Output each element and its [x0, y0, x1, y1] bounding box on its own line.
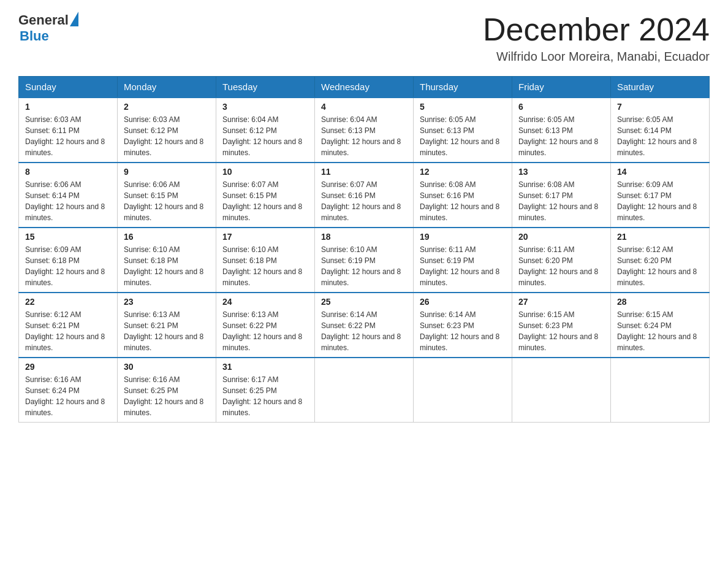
day-info: Sunrise: 6:12 AM Sunset: 6:20 PM Dayligh…: [617, 244, 703, 288]
day-info: Sunrise: 6:06 AM Sunset: 6:14 PM Dayligh…: [25, 179, 111, 223]
day-info: Sunrise: 6:08 AM Sunset: 6:17 PM Dayligh…: [518, 179, 604, 223]
calendar-cell: 19 Sunrise: 6:11 AM Sunset: 6:19 PM Dayl…: [414, 228, 512, 293]
page-header: General Blue December 2024 Wilfrido Loor…: [18, 12, 710, 64]
day-number: 31: [222, 362, 308, 372]
day-info: Sunrise: 6:15 AM Sunset: 6:23 PM Dayligh…: [518, 309, 604, 353]
day-info: Sunrise: 6:16 AM Sunset: 6:24 PM Dayligh…: [25, 374, 111, 418]
calendar-cell: 31 Sunrise: 6:17 AM Sunset: 6:25 PM Dayl…: [216, 358, 315, 423]
day-number: 10: [222, 167, 308, 177]
calendar-cell: 27 Sunrise: 6:15 AM Sunset: 6:23 PM Dayl…: [512, 293, 611, 358]
day-info: Sunrise: 6:09 AM Sunset: 6:17 PM Dayligh…: [617, 179, 703, 223]
day-info: Sunrise: 6:16 AM Sunset: 6:25 PM Dayligh…: [124, 374, 210, 418]
day-number: 14: [617, 167, 703, 177]
weekday-header-wednesday: Wednesday: [315, 77, 414, 98]
calendar-cell: 7 Sunrise: 6:05 AM Sunset: 6:14 PM Dayli…: [611, 98, 710, 163]
day-number: 11: [321, 167, 407, 177]
day-number: 7: [617, 102, 703, 112]
calendar-cell: 23 Sunrise: 6:13 AM Sunset: 6:21 PM Dayl…: [118, 293, 216, 358]
day-number: 8: [25, 167, 111, 177]
day-info: Sunrise: 6:13 AM Sunset: 6:21 PM Dayligh…: [124, 309, 210, 353]
day-info: Sunrise: 6:07 AM Sunset: 6:15 PM Dayligh…: [222, 179, 308, 223]
calendar-cell: 6 Sunrise: 6:05 AM Sunset: 6:13 PM Dayli…: [512, 98, 611, 163]
day-number: 21: [617, 232, 703, 242]
logo-blue-text: Blue: [20, 28, 78, 44]
calendar-cell: 29 Sunrise: 6:16 AM Sunset: 6:24 PM Dayl…: [19, 358, 118, 423]
day-number: 12: [420, 167, 506, 177]
day-info: Sunrise: 6:12 AM Sunset: 6:21 PM Dayligh…: [25, 309, 111, 353]
day-number: 13: [518, 167, 604, 177]
calendar-cell: 22 Sunrise: 6:12 AM Sunset: 6:21 PM Dayl…: [19, 293, 118, 358]
day-number: 28: [617, 297, 703, 307]
day-number: 6: [518, 102, 604, 112]
day-info: Sunrise: 6:09 AM Sunset: 6:18 PM Dayligh…: [25, 244, 111, 288]
day-info: Sunrise: 6:10 AM Sunset: 6:18 PM Dayligh…: [222, 244, 308, 288]
day-info: Sunrise: 6:15 AM Sunset: 6:24 PM Dayligh…: [617, 309, 703, 353]
month-title: December 2024: [483, 12, 710, 47]
calendar-cell: 10 Sunrise: 6:07 AM Sunset: 6:15 PM Dayl…: [216, 163, 315, 228]
day-number: 18: [321, 232, 407, 242]
day-number: 20: [518, 232, 604, 242]
calendar-cell: 24 Sunrise: 6:13 AM Sunset: 6:22 PM Dayl…: [216, 293, 315, 358]
day-info: Sunrise: 6:11 AM Sunset: 6:19 PM Dayligh…: [420, 244, 506, 288]
day-info: Sunrise: 6:03 AM Sunset: 6:12 PM Dayligh…: [124, 114, 210, 158]
calendar-cell: 18 Sunrise: 6:10 AM Sunset: 6:19 PM Dayl…: [315, 228, 414, 293]
calendar-cell: 21 Sunrise: 6:12 AM Sunset: 6:20 PM Dayl…: [611, 228, 710, 293]
calendar-cell: 3 Sunrise: 6:04 AM Sunset: 6:12 PM Dayli…: [216, 98, 315, 163]
week-row-3: 15 Sunrise: 6:09 AM Sunset: 6:18 PM Dayl…: [19, 228, 710, 293]
week-row-1: 1 Sunrise: 6:03 AM Sunset: 6:11 PM Dayli…: [19, 98, 710, 163]
calendar-cell: 28 Sunrise: 6:15 AM Sunset: 6:24 PM Dayl…: [611, 293, 710, 358]
week-row-5: 29 Sunrise: 6:16 AM Sunset: 6:24 PM Dayl…: [19, 358, 710, 423]
calendar-cell: 8 Sunrise: 6:06 AM Sunset: 6:14 PM Dayli…: [19, 163, 118, 228]
calendar-cell: 5 Sunrise: 6:05 AM Sunset: 6:13 PM Dayli…: [414, 98, 512, 163]
day-number: 3: [222, 102, 308, 112]
calendar-cell: 1 Sunrise: 6:03 AM Sunset: 6:11 PM Dayli…: [19, 98, 118, 163]
day-number: 19: [420, 232, 506, 242]
day-info: Sunrise: 6:06 AM Sunset: 6:15 PM Dayligh…: [124, 179, 210, 223]
calendar-cell: [512, 358, 611, 423]
day-info: Sunrise: 6:07 AM Sunset: 6:16 PM Dayligh…: [321, 179, 407, 223]
calendar-cell: [414, 358, 512, 423]
calendar-cell: 16 Sunrise: 6:10 AM Sunset: 6:18 PM Dayl…: [118, 228, 216, 293]
day-info: Sunrise: 6:05 AM Sunset: 6:14 PM Dayligh…: [617, 114, 703, 158]
calendar-table: SundayMondayTuesdayWednesdayThursdayFrid…: [18, 76, 710, 423]
calendar-cell: 2 Sunrise: 6:03 AM Sunset: 6:12 PM Dayli…: [118, 98, 216, 163]
weekday-header-friday: Friday: [512, 77, 611, 98]
week-row-4: 22 Sunrise: 6:12 AM Sunset: 6:21 PM Dayl…: [19, 293, 710, 358]
logo-general-text: General: [18, 12, 69, 28]
day-number: 24: [222, 297, 308, 307]
day-number: 4: [321, 102, 407, 112]
day-info: Sunrise: 6:13 AM Sunset: 6:22 PM Dayligh…: [222, 309, 308, 353]
day-number: 27: [518, 297, 604, 307]
day-number: 30: [124, 362, 210, 372]
day-number: 23: [124, 297, 210, 307]
calendar-cell: 9 Sunrise: 6:06 AM Sunset: 6:15 PM Dayli…: [118, 163, 216, 228]
calendar-cell: 13 Sunrise: 6:08 AM Sunset: 6:17 PM Dayl…: [512, 163, 611, 228]
calendar-cell: 25 Sunrise: 6:14 AM Sunset: 6:22 PM Dayl…: [315, 293, 414, 358]
day-info: Sunrise: 6:11 AM Sunset: 6:20 PM Dayligh…: [518, 244, 604, 288]
weekday-header-saturday: Saturday: [611, 77, 710, 98]
day-number: 25: [321, 297, 407, 307]
day-info: Sunrise: 6:14 AM Sunset: 6:23 PM Dayligh…: [420, 309, 506, 353]
calendar-cell: 4 Sunrise: 6:04 AM Sunset: 6:13 PM Dayli…: [315, 98, 414, 163]
day-info: Sunrise: 6:10 AM Sunset: 6:18 PM Dayligh…: [124, 244, 210, 288]
day-info: Sunrise: 6:10 AM Sunset: 6:19 PM Dayligh…: [321, 244, 407, 288]
day-info: Sunrise: 6:14 AM Sunset: 6:22 PM Dayligh…: [321, 309, 407, 353]
day-number: 26: [420, 297, 506, 307]
day-info: Sunrise: 6:04 AM Sunset: 6:12 PM Dayligh…: [222, 114, 308, 158]
calendar-cell: 12 Sunrise: 6:08 AM Sunset: 6:16 PM Dayl…: [414, 163, 512, 228]
weekday-header-thursday: Thursday: [414, 77, 512, 98]
calendar-cell: 30 Sunrise: 6:16 AM Sunset: 6:25 PM Dayl…: [118, 358, 216, 423]
day-number: 22: [25, 297, 111, 307]
title-section: December 2024 Wilfrido Loor Moreira, Man…: [483, 12, 710, 64]
weekday-header-row: SundayMondayTuesdayWednesdayThursdayFrid…: [19, 77, 710, 98]
day-info: Sunrise: 6:05 AM Sunset: 6:13 PM Dayligh…: [420, 114, 506, 158]
day-number: 17: [222, 232, 308, 242]
day-info: Sunrise: 6:03 AM Sunset: 6:11 PM Dayligh…: [25, 114, 111, 158]
weekday-header-monday: Monday: [118, 77, 216, 98]
day-number: 16: [124, 232, 210, 242]
calendar-cell: 11 Sunrise: 6:07 AM Sunset: 6:16 PM Dayl…: [315, 163, 414, 228]
logo: General Blue: [18, 12, 78, 44]
day-number: 9: [124, 167, 210, 177]
weekday-header-tuesday: Tuesday: [216, 77, 315, 98]
day-info: Sunrise: 6:05 AM Sunset: 6:13 PM Dayligh…: [518, 114, 604, 158]
